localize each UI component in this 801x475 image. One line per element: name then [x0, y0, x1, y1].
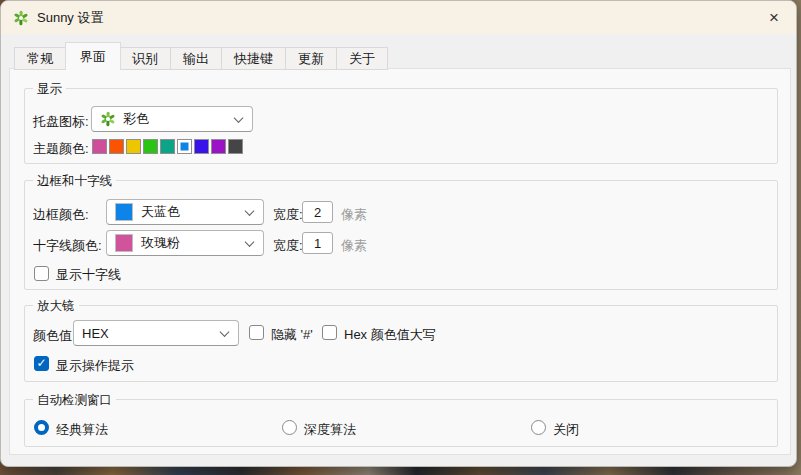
- color-format-label: 颜色值:: [33, 327, 76, 345]
- theme-swatch-gold[interactable]: [126, 139, 141, 154]
- border-color-swatch: [115, 203, 133, 221]
- crosshair-width-input[interactable]: [302, 232, 333, 254]
- display-group: 显示 托盘图标: 彩色 主题颜色:: [24, 88, 778, 164]
- crosshair-color-label: 十字线颜色:: [33, 237, 102, 255]
- magnifier-group: 放大镜 颜色值: HEX 隐藏 '#' Hex 颜色值大写 显示操作提示: [24, 305, 778, 382]
- radio-off-label: 关闭: [553, 421, 579, 439]
- border-width-input[interactable]: [302, 201, 333, 223]
- crosshair-width-label: 宽度:: [273, 237, 303, 255]
- crosshair-width-unit: 像素: [341, 237, 367, 255]
- theme-color-label: 主题颜色:: [33, 140, 89, 158]
- tab-page-interface: 显示 托盘图标: 彩色 主题颜色:: [9, 68, 791, 455]
- close-button[interactable]: ×: [758, 4, 790, 31]
- tab-general[interactable]: 常规: [14, 47, 66, 70]
- border-color-value: 天蓝色: [141, 203, 180, 221]
- hide-hash-checkbox[interactable]: [249, 325, 264, 340]
- crosshair-color-value: 玫瑰粉: [141, 234, 180, 252]
- tab-about[interactable]: 关于: [337, 47, 388, 70]
- show-tips-checkbox[interactable]: [34, 356, 49, 371]
- chevron-down-icon: [234, 113, 244, 123]
- show-crosshair-checkbox[interactable]: [34, 266, 49, 281]
- color-format-value: HEX: [82, 326, 109, 341]
- auto-detect-group-legend: 自动检测窗口: [33, 392, 116, 408]
- border-crosshair-group: 边框和十字线 边框颜色: 天蓝色 宽度: 像素 十字线颜色: 玫瑰粉 宽度: 像…: [24, 180, 778, 290]
- theme-color-swatches: [92, 139, 245, 154]
- chevron-down-icon: [220, 327, 230, 337]
- hex-uppercase-checkbox[interactable]: [322, 325, 337, 340]
- tray-icon-dropdown[interactable]: 彩色: [91, 106, 253, 132]
- crosshair-color-dropdown[interactable]: 玫瑰粉: [106, 230, 264, 256]
- magnifier-group-legend: 放大镜: [33, 298, 79, 314]
- theme-swatch-pink[interactable]: [92, 139, 107, 154]
- theme-swatch-blue-selected[interactable]: [177, 139, 192, 154]
- tab-output[interactable]: 输出: [171, 47, 222, 70]
- tab-strip: 常规 界面 识别 输出 快捷键 更新 关于: [14, 42, 388, 70]
- titlebar: Sunny 设置 ×: [1, 1, 796, 34]
- border-color-label: 边框颜色:: [33, 206, 89, 224]
- settings-window: Sunny 设置 × 常规 界面 识别 输出 快捷键 更新 关于 显示 托盘图标…: [0, 0, 797, 467]
- chevron-down-icon: [245, 206, 255, 216]
- hex-uppercase-label: Hex 颜色值大写: [344, 326, 436, 344]
- tab-hotkeys[interactable]: 快捷键: [222, 47, 286, 70]
- theme-swatch-indigo[interactable]: [194, 139, 209, 154]
- tray-icon-value: 彩色: [123, 110, 149, 128]
- tab-recognition[interactable]: 识别: [120, 47, 171, 70]
- tray-icon-label: 托盘图标:: [33, 113, 89, 131]
- radio-deep-algorithm[interactable]: [282, 420, 297, 435]
- radio-classic-algorithm[interactable]: [34, 420, 49, 435]
- border-group-legend: 边框和十字线: [33, 173, 116, 189]
- radio-off[interactable]: [531, 420, 546, 435]
- crosshair-color-swatch: [115, 234, 133, 252]
- show-crosshair-label: 显示十字线: [56, 266, 121, 284]
- chevron-down-icon: [245, 237, 255, 247]
- border-color-dropdown[interactable]: 天蓝色: [106, 199, 264, 225]
- theme-swatch-teal[interactable]: [160, 139, 175, 154]
- auto-detect-group: 自动检测窗口 经典算法 深度算法 关闭: [24, 399, 778, 447]
- radio-classic-label: 经典算法: [56, 421, 108, 439]
- tab-interface[interactable]: 界面: [65, 42, 121, 70]
- radio-deep-label: 深度算法: [304, 421, 356, 439]
- color-format-dropdown[interactable]: HEX: [73, 320, 239, 346]
- theme-swatch-gray[interactable]: [228, 139, 243, 154]
- border-width-label: 宽度:: [273, 206, 303, 224]
- tab-update[interactable]: 更新: [286, 47, 337, 70]
- theme-swatch-purple[interactable]: [211, 139, 226, 154]
- theme-swatch-green[interactable]: [143, 139, 158, 154]
- border-width-unit: 像素: [341, 206, 367, 224]
- display-group-legend: 显示: [33, 81, 66, 97]
- show-tips-label: 显示操作提示: [56, 357, 134, 375]
- hide-hash-label: 隐藏 '#': [271, 326, 313, 344]
- tray-color-icon: [100, 111, 116, 127]
- window-title: Sunny 设置: [37, 9, 103, 27]
- app-logo-icon: [13, 10, 29, 26]
- theme-swatch-orange[interactable]: [109, 139, 124, 154]
